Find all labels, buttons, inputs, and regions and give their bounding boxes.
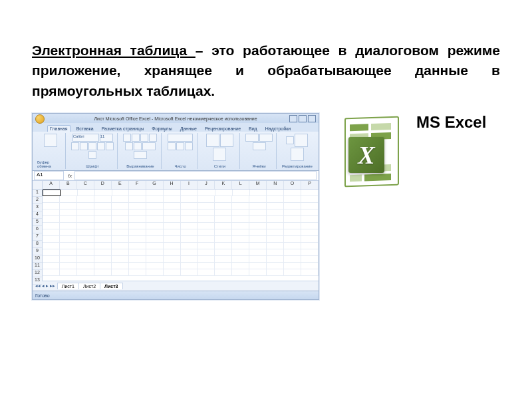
italic-icon xyxy=(80,142,88,150)
merge-icon xyxy=(134,151,147,159)
sum-icon xyxy=(286,136,294,144)
content-row: Лист Microsoft Office Excel - Microsoft … xyxy=(32,113,500,300)
status-text: Готово xyxy=(35,293,50,298)
ribbon-tab: Вид xyxy=(247,126,259,132)
sheet-tab: Лист3 xyxy=(100,283,122,289)
align-icon xyxy=(123,134,131,142)
formula-input xyxy=(74,171,317,180)
status-bar: Готово xyxy=(33,291,319,299)
table-icon xyxy=(220,134,233,147)
excel-window: Лист Microsoft Office Excel - Microsoft … xyxy=(32,113,319,300)
sheet-tab: Лист1 xyxy=(57,283,79,289)
ribbon-group-font: Calibri 11 Шрифт xyxy=(68,133,118,169)
term: Электронная таблица xyxy=(32,43,196,58)
sheet-tabs: ◂◂ ◂ ▸ ▸▸ Лист1 Лист2 Лист3 xyxy=(33,281,319,291)
logo-block: X MS Excel xyxy=(326,113,486,198)
wrap-icon xyxy=(142,142,156,150)
currency-icon xyxy=(168,142,176,150)
ribbon-tab: Надстройки xyxy=(263,126,293,132)
row-headers: 1 2 3 4 5 6 7 8 9 10 11 12 13 xyxy=(33,181,43,281)
name-box: A1 xyxy=(34,171,64,180)
underline-icon xyxy=(88,142,96,150)
maximize-icon xyxy=(299,115,307,122)
definition-text: Электронная таблица – это работающее в д… xyxy=(32,41,500,101)
format-icon xyxy=(253,142,266,150)
comma-icon xyxy=(185,142,193,150)
insert-icon xyxy=(245,134,259,142)
ribbon-tab: Разметка страницы xyxy=(100,126,146,132)
excel-x-icon: X xyxy=(358,140,374,170)
ribbon-group-cells: Ячейки xyxy=(242,133,276,169)
ribbon-group-styles: Стили xyxy=(200,133,240,169)
logo-label: MS Excel xyxy=(416,113,486,132)
percent-icon xyxy=(176,142,184,150)
align-icon xyxy=(132,134,140,142)
cond-format-icon xyxy=(206,134,219,147)
font-name-box: Calibri xyxy=(72,134,99,142)
font-size-box: 11 xyxy=(100,134,113,142)
align-icon xyxy=(140,134,148,142)
align-icon xyxy=(134,142,142,150)
ribbon-tab: Рецензирование xyxy=(203,126,243,132)
sheet-tab: Лист2 xyxy=(78,283,100,289)
ribbon-tab: Данные xyxy=(178,126,199,132)
fill-icon xyxy=(106,142,114,150)
formula-bar: A1 fx xyxy=(33,171,319,181)
bold-icon xyxy=(71,142,79,150)
ribbon-group-number: Число xyxy=(164,133,198,169)
minimize-icon xyxy=(289,115,297,122)
excel-titlebar: Лист Microsoft Office Excel - Microsoft … xyxy=(33,114,319,123)
find-icon xyxy=(291,148,304,161)
sheet-nav-icon: ◂◂ ◂ ▸ ▸▸ xyxy=(33,283,58,289)
office-button-icon xyxy=(35,114,45,124)
ribbon-group-alignment: Выравнивание xyxy=(120,133,162,169)
ribbon-group-editing: Редактирование xyxy=(279,133,316,169)
close-icon xyxy=(308,115,316,122)
ribbon-tabs: Главная Вставка Разметка страницы Формул… xyxy=(33,123,319,132)
column-headers: A B C D E F G H I J K L M N O xyxy=(43,181,319,190)
ribbon-tab-home: Главная xyxy=(47,125,70,132)
window-controls xyxy=(289,115,316,122)
align-icon xyxy=(125,142,133,150)
ribbon-tab: Вставка xyxy=(74,126,96,132)
window-title: Лист Microsoft Office Excel - Microsoft … xyxy=(94,116,257,121)
worksheet-grid: 1 2 3 4 5 6 7 8 9 10 11 12 13 A xyxy=(33,181,319,281)
sort-icon xyxy=(295,134,308,147)
delete-icon xyxy=(259,134,273,142)
font-color-icon xyxy=(88,151,96,159)
fx-icon: fx xyxy=(68,173,72,179)
select-all-corner xyxy=(33,181,42,190)
excel-logo-icon: X xyxy=(326,113,411,198)
border-icon xyxy=(97,142,105,150)
cells xyxy=(43,190,319,276)
ribbon-tab: Формулы xyxy=(150,126,174,132)
ribbon: Буфер обмена Calibri 11 Шрифт xyxy=(33,132,319,171)
number-format-box xyxy=(168,134,193,142)
paste-icon xyxy=(44,134,57,147)
cell-styles-icon xyxy=(213,148,226,161)
ribbon-group-clipboard: Буфер обмена xyxy=(35,133,66,169)
align-icon xyxy=(149,134,157,142)
